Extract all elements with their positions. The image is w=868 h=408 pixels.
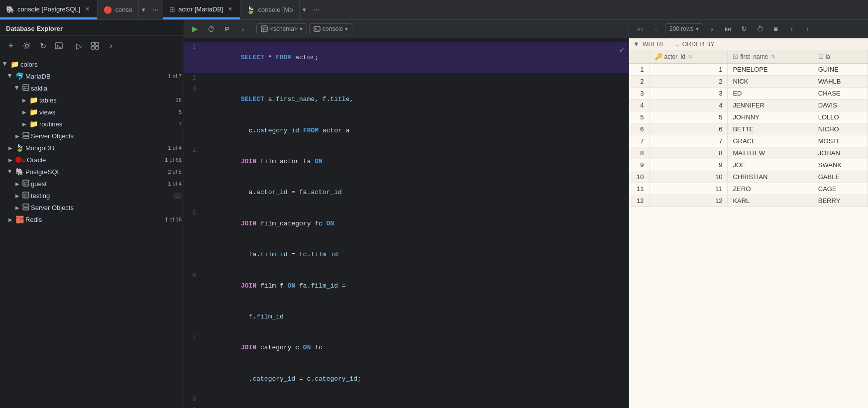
table-row[interactable]: 8 8 MATTHEW JOHAN: [629, 147, 868, 159]
svg-rect-1: [55, 43, 62, 49]
history-button[interactable]: ⏱: [204, 22, 218, 36]
console-dropdown[interactable]: console ▾: [309, 23, 352, 34]
last-row-btn[interactable]: ⏭: [721, 22, 735, 36]
svg-rect-10: [23, 132, 29, 135]
td-last-name: JOHAN: [813, 147, 868, 159]
td-last-name: BERRY: [813, 195, 868, 207]
where-label: WHERE: [643, 41, 665, 48]
orderby-label: ORDER BY: [682, 41, 715, 48]
chevron-server-objects-mariadb: ▶: [14, 132, 21, 139]
th-actor-id-icon: 🔑: [654, 53, 662, 60]
tree-badge-redis: 1 of 16: [165, 216, 182, 222]
table-row[interactable]: 4 4 JENNIFER DAVIS: [629, 100, 868, 111]
postgres-icon: 🐘: [6, 5, 14, 13]
svg-rect-22: [261, 26, 267, 32]
tree-item-sakila[interactable]: ▶ sakila: [0, 82, 184, 94]
table-row[interactable]: 1 1 PENELOPE GUINE: [629, 63, 868, 76]
tab-right-dropdown[interactable]: ▾: [300, 0, 309, 19]
table-row[interactable]: 12 12 KARL BERRY: [629, 195, 868, 207]
th-first-name[interactable]: ⊡ first_name ⇅: [728, 50, 813, 63]
td-rownum: 1: [629, 63, 649, 76]
stop-result-btn[interactable]: ■: [769, 22, 783, 36]
time-result-btn[interactable]: ⏱: [753, 22, 767, 36]
result-table-area[interactable]: 🔑 actor_id ⇅ ⊡ first_name ⇅: [629, 50, 868, 408]
table-row[interactable]: 6 6 BETTE NICHO: [629, 123, 868, 135]
tree-item-redis[interactable]: ▶ 🧱 Redis 1 of 16: [0, 213, 184, 225]
td-actor-id: 2: [649, 76, 728, 88]
prev-row-btn[interactable]: ‹: [649, 22, 663, 36]
svg-rect-3: [96, 42, 99, 45]
tab-mongo[interactable]: 🍃 console [Mo: [240, 0, 299, 19]
tree-item-mariadb[interactable]: ▶ 🐬 MariaDB 1 of 7: [0, 70, 184, 82]
grid-view-btn[interactable]: [88, 39, 102, 53]
table-row[interactable]: 10 10 CHRISTIAN GABLE: [629, 171, 868, 183]
orderby-filter[interactable]: ≡ ORDER BY: [675, 40, 715, 48]
td-actor-id: 1: [649, 63, 728, 76]
expand-btn[interactable]: ›: [104, 39, 118, 53]
tab-postgres-close[interactable]: ✕: [83, 5, 91, 13]
tree-item-oracle[interactable]: ▶ □ Oracle 1 of 61: [0, 154, 184, 166]
schema-dropdown[interactable]: <schema> ▾: [256, 23, 307, 34]
svg-rect-11: [23, 136, 29, 138]
tab-mariadb-close[interactable]: ✕: [226, 5, 234, 13]
first-row-btn[interactable]: ⏮: [633, 22, 647, 36]
schema-dropdown-arrow: ▾: [300, 25, 303, 32]
add-connection-btn[interactable]: +: [4, 39, 18, 53]
tree-item-guest[interactable]: ▶ guest 1 of 4: [0, 178, 184, 190]
check-mark-1: ✓: [619, 43, 625, 58]
code-content-8: [202, 395, 625, 405]
tree-item-mongodb[interactable]: ▶ 🍃 MongoDB 1 of 4: [0, 142, 184, 154]
line-num-3a: 3: [184, 85, 202, 94]
tree-item-colors[interactable]: ▶ 📁 colors: [0, 58, 184, 70]
tree-item-views[interactable]: ▶ 📁 views 5: [0, 106, 184, 118]
table-row[interactable]: 2 2 NICK WAHLB: [629, 76, 868, 88]
th-last-name[interactable]: ⊡ la: [813, 50, 868, 63]
console-btn[interactable]: [52, 39, 66, 53]
editor-panel: ▶ ⏱ P › <schema> ▾ console ▾ 1 SELECT * …: [184, 20, 629, 408]
result-more-2-btn[interactable]: ›: [801, 22, 815, 36]
tree-item-tables[interactable]: ▶ 📁 tables 18: [0, 94, 184, 106]
tree-item-routines[interactable]: ▶ 📁 routines 7: [0, 118, 184, 130]
tab-oracle[interactable]: 🔴 conso: [98, 0, 139, 19]
editor-more-btn[interactable]: ›: [236, 22, 250, 36]
run-button[interactable]: ▶: [188, 22, 202, 36]
pin-button[interactable]: P: [220, 22, 234, 36]
chevron-testing: ▶: [14, 192, 21, 199]
tree-item-server-objects-mariadb[interactable]: ▶ Server Objects: [0, 130, 184, 142]
schema-settings-btn[interactable]: [20, 39, 34, 53]
table-row[interactable]: 9 9 JOE SWANK: [629, 159, 868, 171]
result-more-1-btn[interactable]: ›: [785, 22, 799, 36]
tab-left-more[interactable]: ⋯: [148, 0, 163, 19]
folder-icon-routines: 📁: [29, 120, 38, 128]
chevron-postgresql: ▶: [7, 168, 14, 175]
tab-mariadb[interactable]: ⊞ actor [MariaDB] ✕: [163, 0, 240, 19]
tab-postgres[interactable]: 🐘 console [PostgreSQL] ✕: [0, 0, 98, 19]
run-query-btn[interactable]: ▷: [72, 39, 86, 53]
tree-item-server-objects-postgres[interactable]: ▶ Server Objects: [0, 202, 184, 213]
result-filter-bar: ▼ WHERE ≡ ORDER BY: [629, 38, 868, 50]
code-line-7a: 7 JOIN category c ON fc: [184, 333, 629, 364]
tree-label-mariadb: MariaDB: [25, 73, 164, 80]
refresh-result-btn[interactable]: ↻: [737, 22, 751, 36]
table-row[interactable]: 7 7 GRACE MOSTE: [629, 135, 868, 147]
schema-icon-testing: [22, 192, 29, 200]
th-actor-id[interactable]: 🔑 actor_id ⇅: [649, 50, 728, 63]
table-row[interactable]: 3 3 ED CHASE: [629, 88, 868, 100]
tree-item-testing[interactable]: ▶ testing ...: [0, 190, 184, 202]
tab-right-more[interactable]: ⋯: [309, 0, 324, 19]
tree-label-guest: guest: [31, 180, 164, 188]
rows-dropdown[interactable]: 200 rows ▾: [665, 23, 703, 34]
tab-left-dropdown[interactable]: ▾: [139, 0, 148, 19]
editor-toolbar-sep: [253, 24, 253, 33]
tree-item-postgresql[interactable]: ▶ 🐘 PostgreSQL 2 of 5: [0, 166, 184, 178]
td-rownum: 9: [629, 159, 649, 171]
editor-area[interactable]: 1 SELECT * FROM actor; ✓ 2 3 SELECT a.fi…: [184, 38, 629, 408]
td-first-name: BETTE: [728, 123, 813, 135]
sidebar-toolbar: + ↻ ▷ ›: [0, 36, 184, 56]
table-row[interactable]: 11 11 ZERO CAGE: [629, 183, 868, 195]
refresh-btn[interactable]: ↻: [36, 39, 50, 53]
where-filter[interactable]: ▼ WHERE: [633, 40, 665, 48]
tree-badge-routines: 7: [179, 121, 182, 127]
next-row-btn[interactable]: ›: [705, 22, 719, 36]
table-row[interactable]: 5 5 JOHNNY LOLLO: [629, 111, 868, 123]
